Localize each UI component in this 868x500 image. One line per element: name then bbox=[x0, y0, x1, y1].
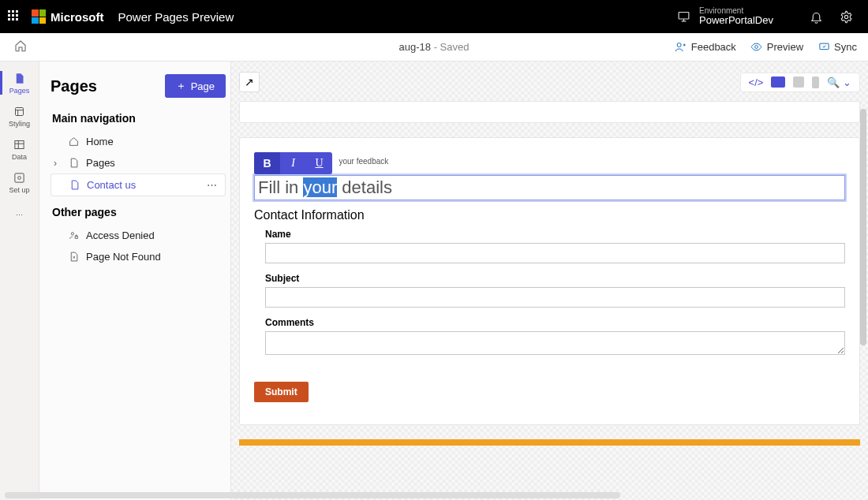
svg-rect-6 bbox=[15, 140, 24, 148]
person-lock-icon bbox=[68, 229, 80, 241]
canvas-toolbar: ↗ </> 🔍 ⌄ bbox=[239, 69, 860, 95]
viewport-desktop-icon[interactable] bbox=[771, 76, 785, 88]
text-format-toolbar: B I U bbox=[254, 152, 332, 174]
nav-item-page-not-found[interactable]: Page Not Found bbox=[51, 246, 226, 267]
rail-pages[interactable]: Pages bbox=[0, 66, 39, 99]
viewport-phone-icon[interactable] bbox=[812, 76, 819, 88]
bold-button[interactable]: B bbox=[254, 152, 280, 174]
command-bar: aug-18 - Saved Feedback Preview Sync bbox=[0, 33, 868, 62]
styling-icon bbox=[13, 104, 27, 118]
italic-button[interactable]: I bbox=[280, 152, 306, 174]
feedback-icon bbox=[675, 41, 687, 54]
document-title: aug-18 - Saved bbox=[399, 41, 470, 53]
canvas-section-top[interactable] bbox=[239, 101, 860, 123]
add-page-button[interactable]: ＋ Page bbox=[165, 74, 226, 98]
input-subject[interactable] bbox=[265, 287, 845, 308]
breadcrumb-hint: your feedback bbox=[339, 157, 388, 166]
svg-rect-7 bbox=[15, 173, 24, 181]
sync-button[interactable]: Sync bbox=[817, 41, 857, 54]
doc-name: aug-18 bbox=[399, 41, 431, 53]
design-canvas-area: ↗ </> 🔍 ⌄ B I U your feedback bbox=[231, 62, 868, 500]
label-name: Name bbox=[265, 229, 845, 240]
home-icon bbox=[68, 136, 80, 147]
input-comments[interactable] bbox=[265, 331, 845, 355]
plus-icon: ＋ bbox=[176, 79, 186, 93]
nav-item-home[interactable]: Home bbox=[51, 131, 226, 152]
settings-gear-icon[interactable] bbox=[838, 9, 854, 24]
svg-point-1 bbox=[844, 15, 847, 18]
preview-button[interactable]: Preview bbox=[750, 41, 803, 54]
rail-more[interactable]: ⋯ bbox=[0, 199, 39, 232]
code-toggle[interactable]: </> bbox=[749, 76, 764, 88]
svg-rect-5 bbox=[16, 107, 24, 115]
app-name: Power Pages Preview bbox=[118, 10, 234, 24]
zoom-control[interactable]: 🔍 ⌄ bbox=[827, 76, 851, 88]
app-launcher-icon[interactable] bbox=[8, 10, 21, 23]
page-icon bbox=[68, 157, 80, 169]
label-comments: Comments bbox=[265, 317, 845, 328]
section-other-pages: Other pages bbox=[52, 206, 226, 218]
canvas-section-footer-accent[interactable] bbox=[239, 439, 860, 446]
feedback-button[interactable]: Feedback bbox=[675, 41, 736, 54]
preview-icon bbox=[750, 41, 763, 54]
side-title: Pages bbox=[51, 77, 97, 95]
nav-item-contact-us[interactable]: Contact us ⋯ bbox=[51, 174, 226, 196]
environment-picker[interactable]: Environment PowerPortalDev bbox=[661, 6, 773, 26]
heading-editable[interactable]: Fill in your details bbox=[254, 175, 845, 200]
page-error-icon bbox=[68, 251, 80, 263]
page-icon bbox=[69, 179, 80, 191]
nav-item-access-denied[interactable]: Access Denied bbox=[51, 225, 226, 246]
rail-styling[interactable]: Styling bbox=[0, 99, 39, 132]
section-main-nav: Main navigation bbox=[52, 112, 226, 125]
global-top-bar: Microsoft Power Pages Preview Environmen… bbox=[0, 0, 868, 33]
sync-icon bbox=[817, 41, 830, 54]
nav-item-pages[interactable]: › Pages bbox=[51, 152, 226, 174]
canvas-section-form[interactable]: B I U your feedback Fill in your details… bbox=[239, 137, 860, 425]
form-section-title: Contact Information bbox=[254, 208, 845, 222]
input-name[interactable] bbox=[265, 243, 845, 263]
environment-name: PowerPortalDev bbox=[699, 15, 773, 26]
environment-icon bbox=[675, 9, 691, 24]
left-workspace-rail: Pages Styling Data Set up ⋯ bbox=[0, 62, 39, 500]
viewport-tablet-icon[interactable] bbox=[793, 76, 804, 88]
microsoft-logo[interactable]: Microsoft bbox=[32, 9, 104, 24]
microsoft-square-icon bbox=[32, 9, 46, 24]
expand-arrow-icon[interactable]: ↗ bbox=[239, 72, 260, 92]
svg-point-3 bbox=[755, 46, 758, 49]
canvas-scroll[interactable]: B I U your feedback Fill in your details… bbox=[239, 101, 860, 492]
pages-icon bbox=[13, 71, 27, 85]
window-horizontal-scrollbar[interactable] bbox=[5, 492, 620, 498]
chevron-right-icon[interactable]: › bbox=[54, 158, 57, 169]
underline-button[interactable]: U bbox=[306, 152, 332, 174]
rail-setup[interactable]: Set up bbox=[0, 166, 39, 199]
submit-button[interactable]: Submit bbox=[254, 382, 309, 402]
heading-selection: your bbox=[303, 177, 337, 197]
svg-point-2 bbox=[677, 43, 681, 47]
svg-point-8 bbox=[18, 176, 21, 179]
brand-text: Microsoft bbox=[51, 10, 104, 24]
data-icon bbox=[13, 137, 27, 151]
svg-rect-0 bbox=[679, 13, 689, 20]
doc-status: - Saved bbox=[431, 41, 469, 53]
rail-data[interactable]: Data bbox=[0, 132, 39, 166]
setup-icon bbox=[13, 170, 27, 185]
label-subject: Subject bbox=[265, 273, 845, 284]
item-more-icon[interactable]: ⋯ bbox=[207, 179, 219, 191]
canvas-scrollbar[interactable] bbox=[860, 109, 866, 345]
home-icon[interactable] bbox=[14, 39, 27, 55]
svg-point-9 bbox=[71, 233, 73, 235]
pages-side-panel: Pages ＋ Page Main navigation Home › Page… bbox=[39, 62, 231, 500]
more-icon: ⋯ bbox=[13, 208, 27, 222]
notifications-icon[interactable] bbox=[808, 9, 824, 24]
